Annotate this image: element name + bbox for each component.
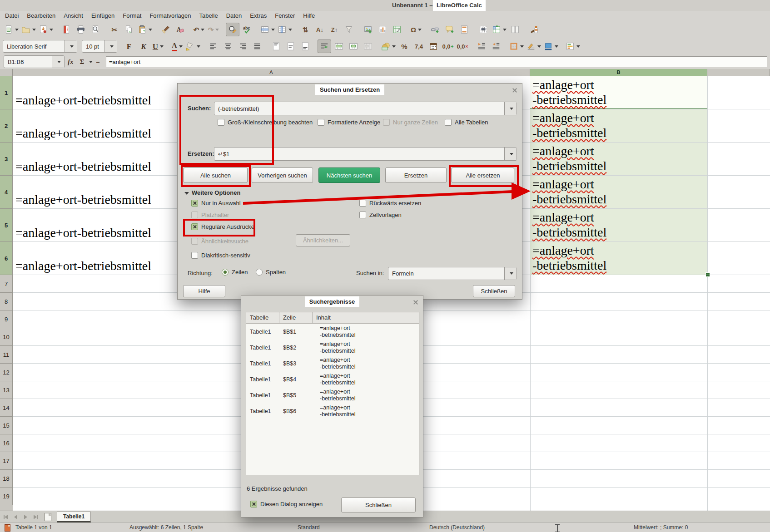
- row-header-10[interactable]: 10: [0, 328, 13, 346]
- valign-top-button[interactable]: [269, 39, 283, 53]
- cell-b1[interactable]: =anlage+ort-betriebsmittel: [530, 76, 707, 109]
- result-row-6[interactable]: Tabelle1$B$6=anlage+ort-betriebsmittel: [246, 403, 419, 419]
- dialog-title-bar[interactable]: Suchen und Ersetzen: [178, 84, 522, 97]
- italic-button[interactable]: K: [137, 39, 150, 53]
- sheet-tab-tabelle1[interactable]: Tabelle1: [57, 512, 91, 522]
- print-preview-button[interactable]: [89, 23, 102, 36]
- row-header-12[interactable]: 12: [0, 364, 13, 381]
- sort-descending-button[interactable]: Z↑: [328, 23, 341, 36]
- cell-b6[interactable]: =anlage+ort-betriebsmittel: [530, 242, 707, 275]
- selected-range-b1-b6[interactable]: =anlage+ort-betriebsmittel=anlage+ort-be…: [530, 76, 707, 275]
- sum-icon[interactable]: Σ: [80, 58, 84, 66]
- font-name-dropdown[interactable]: [65, 40, 77, 52]
- chevron-down-icon[interactable]: [520, 45, 524, 48]
- underline-button[interactable]: U: [151, 39, 165, 53]
- chevron-down-icon[interactable]: [271, 29, 275, 31]
- chevron-down-icon[interactable]: [179, 45, 183, 48]
- select-all-corner[interactable]: [0, 69, 13, 76]
- last-sheet-icon[interactable]: [31, 512, 40, 522]
- currency-format-button[interactable]: [380, 39, 397, 53]
- chevron-down-icon[interactable]: [215, 29, 219, 31]
- search-in-dropdown[interactable]: [504, 267, 517, 280]
- results-table[interactable]: Tabelle Zelle Inhalt Tabelle1$B$1=anlage…: [246, 312, 419, 475]
- column-header-b[interactable]: B: [530, 69, 707, 76]
- hyperlink-button[interactable]: [428, 23, 442, 36]
- paste-button[interactable]: [137, 23, 153, 36]
- next-sheet-icon[interactable]: [21, 512, 30, 522]
- result-row-2[interactable]: Tabelle1$B$2=anlage+ort-betriebsmittel: [246, 340, 419, 355]
- split-window-button[interactable]: [508, 23, 522, 36]
- search-input[interactable]: (-betriebsmittel): [214, 102, 517, 115]
- chevron-down-icon[interactable]: [576, 45, 580, 48]
- spelling-button[interactable]: abc: [240, 23, 254, 36]
- add-sheet-icon[interactable]: [45, 513, 51, 521]
- conditional-formatting-button[interactable]: [565, 39, 581, 53]
- name-box-dropdown[interactable]: [52, 56, 64, 68]
- font-name-combo[interactable]: Liberation Serif: [3, 40, 77, 53]
- chevron-down-icon[interactable]: [201, 29, 204, 31]
- dialog-title-bar[interactable]: Suchergebnisse: [241, 296, 423, 309]
- chevron-down-icon[interactable]: [537, 45, 541, 48]
- result-row-5[interactable]: Tabelle1$B$5=anlage+ort-betriebsmittel: [246, 387, 419, 403]
- cell-b3[interactable]: =anlage+ort-betriebsmittel: [530, 143, 707, 176]
- font-color-button[interactable]: A: [170, 39, 184, 53]
- align-left-button[interactable]: [207, 39, 220, 53]
- menu-datei[interactable]: Datei: [1, 11, 23, 20]
- borders-button[interactable]: [508, 39, 525, 53]
- insert-row-button[interactable]: [259, 23, 276, 36]
- row-header-8[interactable]: 8: [0, 293, 13, 310]
- result-row-3[interactable]: Tabelle1$B$3=anlage+ort-betriebsmittel: [246, 355, 419, 371]
- print-area-button[interactable]: [477, 23, 490, 36]
- delete-decimal-button[interactable]: 0,0×: [456, 39, 469, 53]
- help-button[interactable]: Hilfe: [183, 285, 225, 297]
- unmerge-cells-button[interactable]: [361, 39, 375, 53]
- row-header-13[interactable]: 13: [0, 381, 13, 399]
- row-header-18[interactable]: 18: [0, 470, 13, 488]
- row-header-3[interactable]: 3: [0, 143, 13, 176]
- replace-backwards-checkbox[interactable]: Rückwärts ersetzen: [359, 200, 421, 207]
- row-header-7[interactable]: 7: [0, 275, 13, 293]
- chevron-down-icon[interactable]: [197, 45, 200, 48]
- insert-comment-button[interactable]: [443, 23, 457, 36]
- menu-extras[interactable]: Extras: [246, 11, 271, 20]
- search-dropdown[interactable]: [504, 102, 517, 115]
- merge-center-button[interactable]: [347, 39, 360, 53]
- merge-cells-button[interactable]: [332, 39, 346, 53]
- row-header-5[interactable]: 5: [0, 209, 13, 242]
- find-replace-button[interactable]: [226, 23, 239, 36]
- menu-einfügen[interactable]: Einfügen: [87, 11, 119, 20]
- cut-button[interactable]: ✂: [108, 23, 121, 36]
- clean-brush-button[interactable]: [527, 23, 541, 36]
- name-box[interactable]: B1:B6: [4, 55, 65, 68]
- chevron-down-icon[interactable]: [288, 29, 292, 31]
- find-previous-button[interactable]: Vorherigen suchen: [252, 167, 313, 183]
- cell-b4[interactable]: =anlage+ort-betriebsmittel: [530, 176, 707, 209]
- font-size-dropdown[interactable]: [104, 40, 117, 52]
- align-justify-button[interactable]: [250, 39, 264, 53]
- insert-chart-button[interactable]: [376, 23, 389, 36]
- formula-input[interactable]: =anlage+ort: [106, 56, 767, 67]
- current-selection-only-checkbox[interactable]: Nur in Auswahl: [191, 200, 241, 207]
- undo-button[interactable]: ↶: [192, 23, 206, 36]
- highlight-color-button[interactable]: [185, 39, 201, 53]
- align-center-button[interactable]: [221, 39, 235, 53]
- new-document-button[interactable]: [3, 23, 20, 36]
- chevron-down-icon[interactable]: [32, 29, 36, 31]
- chevron-down-icon[interactable]: [149, 29, 152, 31]
- chevron-down-icon[interactable]: [160, 45, 164, 48]
- add-decimal-button[interactable]: 0,0+: [441, 39, 455, 53]
- wrap-text-button[interactable]: [318, 39, 331, 53]
- chevron-down-icon[interactable]: [89, 61, 93, 63]
- copy-button[interactable]: [122, 23, 136, 36]
- export-pdf-button[interactable]: [60, 23, 73, 36]
- menu-format[interactable]: Format: [119, 11, 145, 20]
- find-all-button[interactable]: Alle suchen: [184, 167, 248, 183]
- previous-sheet-icon[interactable]: [11, 512, 20, 522]
- menu-ansicht[interactable]: Ansicht: [60, 11, 87, 20]
- sort-button[interactable]: ⇅: [298, 23, 312, 36]
- chevron-down-icon[interactable]: [418, 29, 422, 31]
- column-header-a[interactable]: A: [13, 69, 530, 76]
- sort-ascending-button[interactable]: A↓: [313, 23, 327, 36]
- indent-decrease-button[interactable]: [489, 39, 503, 53]
- menu-bearbeiten[interactable]: Bearbeiten: [23, 11, 60, 20]
